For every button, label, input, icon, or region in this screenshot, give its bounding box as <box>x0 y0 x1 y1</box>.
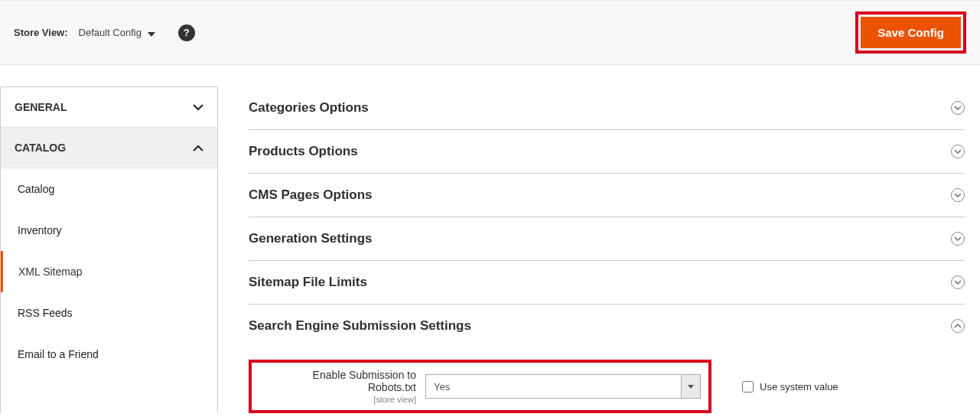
sidebar-item-rss-feeds[interactable]: RSS Feeds <box>1 292 217 334</box>
section-search-engine-submission[interactable]: Search Engine Submission Settings <box>249 305 965 347</box>
section-title: Products Options <box>249 144 358 159</box>
section-sitemap-file-limits[interactable]: Sitemap File Limits <box>249 261 965 305</box>
section-title: Sitemap File Limits <box>249 275 367 290</box>
sidebar-section-general[interactable]: GENERAL <box>1 87 217 128</box>
sidebar-item-inventory[interactable]: Inventory <box>1 210 217 251</box>
expand-down-icon <box>951 145 965 158</box>
section-products-options[interactable]: Products Options <box>249 130 965 174</box>
save-button-highlight: Save Config <box>855 11 966 54</box>
section-cms-pages-options[interactable]: CMS Pages Options <box>249 174 965 217</box>
collapse-up-icon <box>951 319 965 333</box>
field-label-wrap: Enable Submission to Robots.txt [store v… <box>269 369 425 404</box>
chevron-up-icon <box>193 142 203 154</box>
use-system-value-label[interactable]: Use system value <box>760 381 838 393</box>
sidebar-item-label: Inventory <box>18 224 62 236</box>
use-system-value-checkbox[interactable] <box>742 381 754 393</box>
sidebar-item-label: Email to a Friend <box>18 348 99 360</box>
expand-down-icon <box>951 188 965 202</box>
section-generation-settings[interactable]: Generation Settings <box>249 217 965 261</box>
field-label: Enable Submission to Robots.txt <box>269 369 416 393</box>
store-view-switcher[interactable]: Default Config <box>79 26 155 39</box>
sidebar-item-label: XML Sitemap <box>18 266 83 278</box>
sidebar-item-label: RSS Feeds <box>18 307 73 319</box>
sidebar-section-catalog[interactable]: CATALOG <box>1 128 217 168</box>
robots-select[interactable] <box>425 374 682 399</box>
field-row-robots: Enable Submission to Robots.txt [store v… <box>249 360 965 413</box>
use-system-value-wrap: Use system value <box>742 381 838 393</box>
sidebar-item-xml-sitemap[interactable]: XML Sitemap <box>1 251 217 292</box>
expand-down-icon <box>951 232 965 246</box>
caret-down-icon <box>148 27 155 39</box>
help-icon[interactable]: ? <box>178 24 195 41</box>
config-content: Categories Options Products Options CMS … <box>218 86 980 413</box>
section-categories-options[interactable]: Categories Options <box>249 86 965 130</box>
config-sidebar: GENERAL CATALOG Catalog Inventory XML Si… <box>0 86 218 413</box>
section-title: Generation Settings <box>249 231 373 246</box>
sidebar-section-label: GENERAL <box>15 101 67 113</box>
sidebar-item-label: Catalog <box>18 183 54 195</box>
section-title: Categories Options <box>249 100 369 116</box>
chevron-down-icon <box>193 101 203 113</box>
main-layout: GENERAL CATALOG Catalog Inventory XML Si… <box>0 86 980 413</box>
section-title: CMS Pages Options <box>249 187 373 203</box>
sidebar-section-label: CATALOG <box>15 142 66 154</box>
store-view-label: Store View: <box>14 27 68 38</box>
robots-select-wrap <box>425 374 701 399</box>
expand-down-icon <box>951 275 965 289</box>
page-toolbar: Store View: Default Config ? Save Config <box>0 0 980 65</box>
field-scope: [store view] <box>269 395 416 404</box>
save-config-button[interactable]: Save Config <box>861 17 961 48</box>
expand-down-icon <box>951 101 965 115</box>
field-highlight: Enable Submission to Robots.txt [store v… <box>249 360 711 413</box>
sidebar-item-email-friend[interactable]: Email to a Friend <box>1 334 217 375</box>
sidebar-item-catalog[interactable]: Catalog <box>1 168 217 210</box>
store-view-value: Default Config <box>79 27 142 38</box>
select-arrow-icon[interactable] <box>681 374 701 399</box>
section-title: Search Engine Submission Settings <box>249 318 471 334</box>
